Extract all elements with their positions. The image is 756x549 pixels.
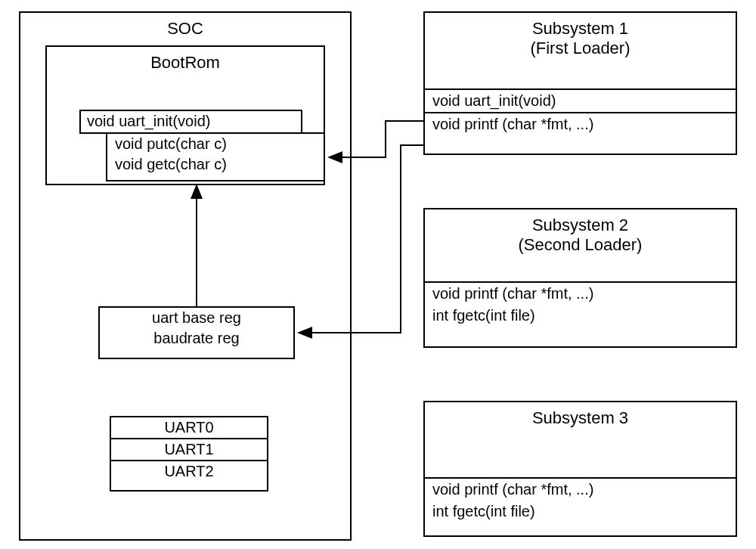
- baudrate-reg-label: baudrate reg: [100, 328, 293, 349]
- subsystem1-box: Subsystem 1 (First Loader) void uart_ini…: [423, 11, 737, 155]
- subsystem2-title2: (Second Loader): [425, 235, 736, 281]
- diagram-container: SOC BootRom void uart_init(void) void pu…: [0, 0, 756, 549]
- soc-title: SOC: [20, 13, 350, 45]
- bootrom-title: BootRom: [47, 47, 324, 79]
- putc-label: void putc(char c): [107, 134, 324, 154]
- subsystem3-func1: void printf (char *fmt, ...): [425, 477, 736, 501]
- subsystem1-title2: (First Loader): [425, 39, 736, 88]
- subsystem2-title1: Subsystem 2: [425, 209, 736, 235]
- subsystem3-func2: int fgetc(int file): [425, 501, 736, 523]
- subsystem2-box: Subsystem 2 (Second Loader) void printf …: [423, 208, 737, 348]
- subsystem1-func2: void printf (char *fmt, ...): [425, 112, 736, 135]
- uart-init-label: void uart_init(void): [87, 113, 210, 129]
- putc-getc-box: void putc(char c) void getc(char c): [106, 132, 325, 181]
- subsystem2-func2: int fgetc(int file): [425, 305, 736, 327]
- subsystem1-func1: void uart_init(void): [425, 88, 736, 112]
- getc-label: void getc(char c): [107, 154, 324, 175]
- subsystem3-box: Subsystem 3 void printf (char *fmt, ...)…: [423, 401, 737, 537]
- uart-init-box: void uart_init(void): [79, 110, 302, 134]
- uart2-label: UART2: [111, 461, 267, 482]
- uarts-box: UART0 UART1 UART2: [110, 416, 268, 492]
- regs-box: uart base reg baudrate reg: [98, 306, 295, 359]
- subsystem3-title: Subsystem 3: [425, 402, 736, 477]
- subsystem2-func1: void printf (char *fmt, ...): [425, 281, 736, 305]
- uart1-label: UART1: [111, 439, 267, 461]
- subsystem1-title1: Subsystem 1: [425, 13, 736, 39]
- uart0-label: UART0: [111, 417, 267, 439]
- uart-base-reg-label: uart base reg: [100, 308, 293, 328]
